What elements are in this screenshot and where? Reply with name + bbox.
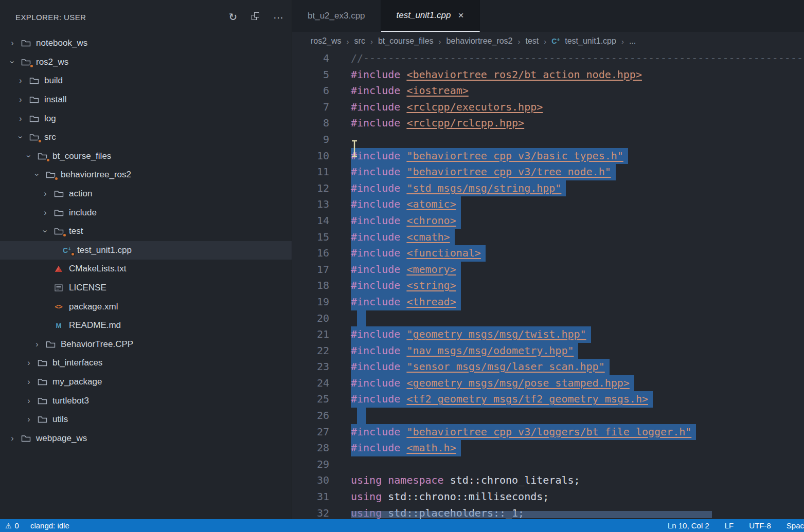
close-icon[interactable]: × [458, 10, 463, 21]
code-line-content[interactable]: #include <math.h> [351, 440, 461, 456]
cursor-position[interactable]: Ln 10, Col 2 [668, 521, 709, 530]
code-line-content[interactable]: #include "behaviortree_cpp_v3/tree_node.… [351, 164, 616, 180]
code-line-content[interactable]: #include <chrono> [351, 213, 461, 229]
tree-item-build[interactable]: ›build [0, 71, 292, 90]
chevron-right-icon[interactable]: › [23, 415, 35, 424]
line-number[interactable]: 5 [292, 67, 329, 83]
breadcrumb-item-test_unit1.cpp[interactable]: test_unit1.cpp [565, 36, 616, 46]
code-line-content[interactable]: #include <string> [351, 278, 461, 294]
copy-icon[interactable] [251, 12, 261, 22]
code-line-content[interactable]: #include <cmath> [351, 229, 455, 246]
line-number[interactable]: 14 [292, 213, 329, 229]
code-line-content[interactable]: //--------------------------------------… [351, 50, 804, 67]
line-number[interactable]: 22 [292, 343, 329, 359]
code-line-content[interactable]: #include <functional> [351, 245, 486, 262]
tree-item-package.xml[interactable]: ›<>package.xml [0, 297, 292, 316]
tree-item-LICENSE[interactable]: ›LICENSE [0, 279, 292, 298]
line-number[interactable]: 19 [292, 294, 329, 310]
line-number[interactable]: 7 [292, 99, 329, 116]
indentation-indicator[interactable]: Spac [787, 521, 804, 530]
line-number[interactable]: 32 [292, 505, 329, 519]
chevron-right-icon[interactable]: › [14, 114, 27, 123]
tree-item-utils[interactable]: ›utils [0, 410, 292, 429]
breadcrumb-item-...[interactable]: ... [629, 36, 636, 46]
line-number[interactable]: 28 [292, 440, 329, 456]
chevron-right-icon[interactable]: › [14, 76, 27, 85]
line-number[interactable]: 15 [292, 229, 329, 246]
line-number[interactable]: 16 [292, 245, 329, 262]
code-line-content[interactable]: #include "geometry_msgs/msg/twist.hpp" [351, 326, 591, 343]
clangd-status[interactable]: clangd: idle [30, 521, 69, 530]
code-line-content[interactable]: #include <rclcpp/executors.hpp> [351, 99, 543, 116]
line-number[interactable]: 10 [292, 148, 329, 164]
code-line-content[interactable]: #include "sensor_msgs/msg/laser_scan.hpp… [351, 359, 610, 375]
tree-item-webpage_ws[interactable]: ›webpage_ws [0, 429, 292, 448]
line-number[interactable]: 6 [292, 83, 329, 99]
more-actions-icon[interactable]: ··· [273, 12, 283, 22]
chevron-down-icon[interactable]: › [16, 131, 25, 143]
code-line-content[interactable]: #include <iostream> [351, 83, 469, 99]
line-number[interactable]: 13 [292, 196, 329, 213]
chevron-right-icon[interactable]: › [23, 358, 35, 368]
code-line-content[interactable]: using namespace std::chrono_literals; [351, 472, 580, 489]
chevron-right-icon[interactable]: › [39, 189, 51, 198]
tree-item-test_unit1.cpp[interactable]: ›C+test_unit1.cpp [0, 241, 292, 260]
line-number[interactable]: 30 [292, 472, 329, 489]
problems-indicator[interactable]: ⚠ 0 [5, 521, 19, 530]
tree-item-ros2_ws[interactable]: ›ros2_ws [0, 53, 292, 72]
code-line-content[interactable]: #include "nav_msgs/msg/odometry.hpp" [351, 343, 578, 359]
code-line-content[interactable]: using std::chrono::milliseconds; [351, 489, 549, 505]
line-number[interactable]: 11 [292, 164, 329, 180]
chevron-down-icon[interactable]: › [24, 150, 33, 162]
tree-item-bt_interfaces[interactable]: ›bt_interfaces [0, 354, 292, 373]
tree-item-src[interactable]: ›src [0, 128, 292, 147]
breadcrumb-item-bt_course_files[interactable]: bt_course_files [378, 36, 434, 46]
code-line-content[interactable]: #include "behaviortree_cpp_v3/loggers/bt… [351, 424, 696, 441]
tree-item-turtlebot3[interactable]: ›turtlebot3 [0, 391, 292, 410]
line-number[interactable]: 29 [292, 456, 329, 473]
code-editor[interactable]: 4//-------------------------------------… [292, 50, 804, 519]
code-line-content[interactable]: #include <atomic> [351, 196, 461, 213]
tab-test_unit1.cpp[interactable]: test_unit1.cpp× [381, 0, 480, 32]
chevron-right-icon[interactable]: › [14, 95, 27, 104]
horizontal-scrollbar[interactable] [351, 511, 712, 518]
code-line-content[interactable]: #include <tf2_geometry_msgs/tf2_geometry… [351, 391, 653, 408]
line-number[interactable]: 26 [292, 408, 329, 424]
chevron-down-icon[interactable]: › [32, 169, 42, 181]
code-line-content[interactable]: #include <geometry_msgs/msg/pose_stamped… [351, 375, 634, 392]
encoding-indicator[interactable]: UTF-8 [749, 521, 771, 530]
line-number[interactable]: 8 [292, 115, 329, 132]
line-number[interactable]: 21 [292, 326, 329, 343]
tree-item-BehaviorTree.CPP[interactable]: ›BehaviorTree.CPP [0, 335, 292, 354]
breadcrumb-item-src[interactable]: src [354, 36, 365, 46]
line-number[interactable]: 9 [292, 132, 329, 148]
code-line-content[interactable]: #include <memory> [351, 262, 461, 278]
code-line-content[interactable]: #include "behaviortree_cpp_v3/basic_type… [351, 148, 628, 164]
chevron-right-icon[interactable]: › [31, 340, 43, 349]
tree-item-action[interactable]: ›action [0, 185, 292, 204]
line-number[interactable]: 17 [292, 262, 329, 278]
chevron-right-icon[interactable]: › [6, 434, 19, 443]
code-line-content[interactable]: #include <thread> [351, 294, 461, 310]
line-number[interactable]: 25 [292, 391, 329, 408]
breadcrumb-item-ros2_ws[interactable]: ros2_ws [311, 36, 342, 46]
tree-item-install[interactable]: ›install [0, 90, 292, 109]
tree-item-my_package[interactable]: ›my_package [0, 373, 292, 392]
tree-item-test[interactable]: ›test [0, 222, 292, 241]
line-number[interactable]: 12 [292, 180, 329, 197]
chevron-down-icon[interactable]: › [41, 225, 50, 237]
line-number[interactable]: 20 [292, 310, 329, 327]
eol-indicator[interactable]: LF [725, 521, 734, 530]
line-number[interactable]: 24 [292, 375, 329, 392]
line-number[interactable]: 31 [292, 489, 329, 505]
code-line-content[interactable]: #include "std_msgs/msg/string.hpp" [351, 180, 566, 197]
tab-bt_u2_ex3.cpp[interactable]: bt_u2_ex3.cpp [292, 0, 381, 32]
breadcrumb-item-behaviortree_ros2[interactable]: behaviortree_ros2 [446, 36, 513, 46]
line-number[interactable]: 4 [292, 50, 329, 67]
tree-item-behaviortree_ros2[interactable]: ›behaviortree_ros2 [0, 166, 292, 185]
chevron-right-icon[interactable]: › [39, 208, 51, 217]
refresh-icon[interactable]: ↻ [228, 12, 238, 22]
code-line-content[interactable]: #include <rclcpp/rclcpp.hpp> [351, 115, 524, 132]
chevron-down-icon[interactable]: › [8, 56, 17, 68]
line-number[interactable]: 18 [292, 278, 329, 294]
